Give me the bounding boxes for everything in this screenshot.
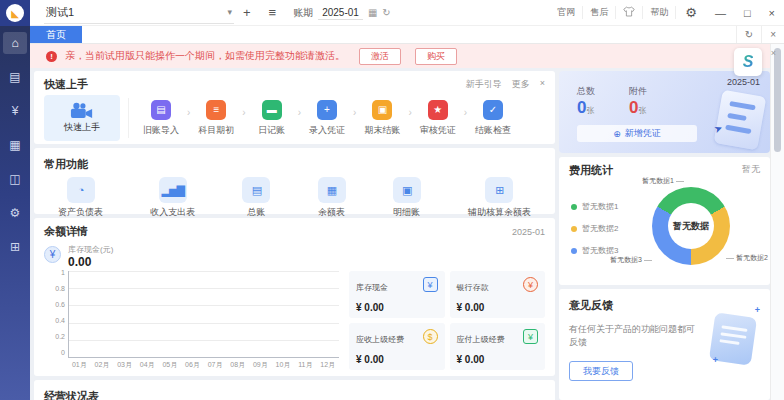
fn-trial-balance[interactable]: ▦ 余额表 [318, 177, 346, 219]
x-tick: 03月 [117, 360, 132, 370]
floating-assistant-logo[interactable]: S [734, 48, 762, 76]
sidebar-item-bank[interactable]: ◫ [3, 168, 27, 190]
card-receivable-funds[interactable]: 应收上级经费 $ ¥ 0.00 [349, 323, 445, 370]
document-add-icon: + [317, 100, 337, 120]
chevron-right-icon: › [187, 107, 190, 118]
balance-detail-card: 余额详情 2025-01 ¥ 库存现金(元) 0.00 [34, 218, 555, 376]
table-icon: ▦ [318, 177, 346, 203]
legend-label: 暂无数据1 [582, 201, 618, 212]
legend-dot [571, 248, 577, 254]
step-enter-voucher[interactable]: + 录入凭证 [303, 100, 351, 137]
activate-button[interactable]: 激活 [359, 48, 401, 65]
donut-callout-1: 暂无数据1 [642, 176, 684, 186]
x-tick: 05月 [162, 360, 177, 370]
workspace: 首页 ↻ × ! 亲，当前试用版只能操作一个期间，如需使用完整功能请激活。 激活… [30, 26, 784, 400]
fn-general-ledger[interactable]: ▤ 总账 [242, 177, 270, 219]
layers-icon[interactable]: ≡ [260, 5, 286, 20]
chart-x-axis: 01月 02月 03月 04月 05月 06月 07月 08月 09月 10月 [48, 360, 339, 370]
archive-icon: ▦ [9, 138, 20, 152]
sidebar-item-cash[interactable]: ¥ [3, 100, 27, 122]
step-audit-voucher[interactable]: ★ 审核凭证 [414, 100, 462, 137]
sidebar-item-settings[interactable]: ⚙ [3, 202, 27, 224]
sidebar-item-report[interactable]: ▤ [3, 66, 27, 88]
settings-gear-icon[interactable]: ⚙ [676, 5, 706, 20]
new-account-button[interactable]: + [234, 5, 260, 20]
tab-home-label: 首页 [46, 28, 66, 42]
window-close-button[interactable]: × [760, 7, 784, 19]
quickstart-video-label: 快速上手 [64, 121, 100, 134]
step-closing-check[interactable]: ✓ 结账检查 [469, 100, 517, 137]
scrollbar-track[interactable] [770, 44, 784, 400]
calendar-icon[interactable]: ▦ [368, 7, 377, 18]
feedback-button[interactable]: 我要反馈 [569, 361, 633, 381]
yuan-circle-icon: ¥ [44, 246, 61, 263]
x-tick: 11月 [298, 360, 312, 370]
window-minimize-button[interactable]: — [706, 7, 735, 19]
fn-aux-balance[interactable]: ⊞ 辅助核算余额表 [468, 177, 531, 219]
tshirt-icon[interactable] [616, 6, 643, 19]
step-journal[interactable]: ▬ 日记账 [248, 100, 296, 137]
sidebar-item-home[interactable]: ⌂ [3, 32, 27, 54]
voucher-attachment-unit: 张 [638, 106, 646, 115]
fn-income-expense[interactable]: ▂▅▇ 收入支出表 [150, 177, 195, 219]
y-tick: 0 [61, 349, 65, 356]
window-maximize-button[interactable]: □ [735, 7, 760, 19]
more-link[interactable]: 更多 [512, 78, 530, 91]
chevron-right-icon: › [353, 107, 356, 118]
buy-button[interactable]: 购买 [415, 48, 457, 65]
content-area: 快速上手 新手引导 更多 × 快速上手 [30, 68, 770, 400]
balance-detail-title: 余额详情 [44, 224, 88, 239]
scrollbar-thumb[interactable] [774, 48, 781, 152]
home-icon: ⌂ [11, 36, 18, 50]
tab-home[interactable]: 首页 [30, 26, 82, 43]
sidebar-item-archive[interactable]: ▦ [3, 134, 27, 156]
website-link[interactable]: 官网 [550, 6, 583, 19]
ledger-icon: ▤ [242, 177, 270, 203]
card-cash[interactable]: 库存现金 ¥ ¥ 0.00 [349, 271, 445, 318]
coin-hand-icon: ¥ [523, 277, 538, 292]
aftersale-link[interactable]: 售后 [583, 6, 616, 19]
save-icon: ▣ [372, 100, 392, 120]
card-bank-deposit[interactable]: 银行存款 ¥ ¥ 0.00 [450, 271, 546, 318]
newbie-guide-link[interactable]: 新手引导 [466, 78, 502, 91]
help-link[interactable]: 帮助 [643, 6, 676, 19]
step-label: 旧账导入 [143, 124, 179, 137]
report-icon: ▤ [9, 70, 20, 84]
video-camera-icon [70, 102, 94, 119]
card-label: 应付上级经费 [457, 335, 505, 344]
add-voucher-label: 新增凭证 [625, 127, 661, 140]
quickstart-video-button[interactable]: 快速上手 [44, 95, 120, 141]
balance-period: 2025-01 [512, 227, 545, 237]
step-period-closing[interactable]: ▣ 期末结账 [358, 100, 406, 137]
step-label: 录入凭证 [309, 124, 345, 137]
x-tick: 01月 [72, 360, 87, 370]
money-jar-icon: ¥ [523, 329, 538, 344]
pin-icon: ★ [428, 100, 448, 120]
floating-logo-close-icon[interactable]: × [771, 48, 776, 58]
account-selector[interactable]: 测试1 ▾ [44, 2, 234, 24]
step-label: 结账检查 [475, 124, 511, 137]
period-label: 账期 [293, 6, 313, 20]
expense-period-hint: 暂无 [742, 163, 760, 178]
tab-refresh-icon[interactable]: ↻ [736, 26, 761, 43]
fn-balance-sheet[interactable]: ◔ 资产负债表 [58, 177, 103, 219]
gear-icon: ⚙ [10, 206, 21, 220]
donut-ring: 暂无数据 [652, 187, 730, 265]
sidebar-item-calculator[interactable]: ⊞ [3, 236, 27, 258]
refresh-icon[interactable]: ↻ [382, 7, 390, 18]
wallet-icon: ▬ [262, 100, 282, 120]
add-voucher-button[interactable]: ⊕ 新增凭证 [577, 125, 697, 142]
period-value[interactable]: 2025-01 [318, 6, 363, 20]
bar-chart-icon: ▂▅▇ [159, 177, 187, 203]
tab-bar: 首页 ↻ × [30, 26, 784, 44]
step-opening-balance[interactable]: ≡ 科目期初 [192, 100, 240, 137]
fn-subledger[interactable]: ▣ 明细账 [393, 177, 421, 219]
tab-close-icon[interactable]: × [761, 26, 784, 43]
chart-plot-area [68, 271, 339, 358]
pie-chart-icon: ◔ [67, 177, 95, 203]
card-payable-funds[interactable]: 应付上级经费 ¥ ¥ 0.00 [450, 323, 546, 370]
step-old-account-import[interactable]: ▤ 旧账导入 [137, 100, 185, 137]
dollar-coin-icon: $ [423, 329, 438, 344]
calculator-icon: ⊞ [10, 240, 20, 254]
quickstart-close-icon[interactable]: × [540, 78, 545, 91]
